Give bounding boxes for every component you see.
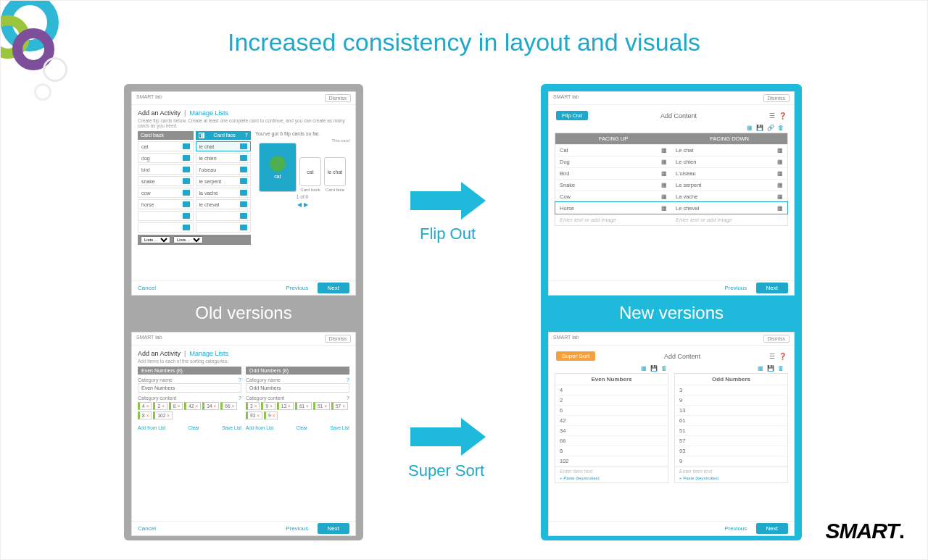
image-icon[interactable]: ▦ <box>758 365 763 372</box>
list-item[interactable]: 4 <box>555 385 668 396</box>
table-row[interactable]: Horse▦Le cheval▦ <box>555 202 787 214</box>
chip[interactable]: 61 × <box>295 402 312 410</box>
list-item[interactable]: 61 <box>675 416 787 426</box>
placeholder-down[interactable]: Enter text or add image <box>676 217 732 223</box>
settings-icon[interactable]: ☰ <box>769 112 775 120</box>
card-face-cell[interactable]: le cheval <box>196 199 252 209</box>
image-icon[interactable]: ▦ <box>777 170 783 177</box>
chip[interactable]: 8 × <box>169 402 183 410</box>
save-icon[interactable]: 💾 <box>767 365 774 372</box>
card-face-cell[interactable]: le chat <box>196 141 252 151</box>
settings-icon[interactable]: ☰ <box>769 353 775 360</box>
image-icon[interactable]: ▦ <box>747 125 753 131</box>
save-icon[interactable]: 💾 <box>756 125 763 131</box>
chip[interactable]: 8 × <box>138 411 152 419</box>
card-back-cell[interactable]: snake <box>138 176 194 186</box>
card-back-cell[interactable]: cow <box>138 188 194 198</box>
dismiss-button[interactable]: Dismiss <box>763 94 790 102</box>
card-back-cell[interactable]: bird <box>138 164 194 175</box>
add-from-list-link[interactable]: Add from List <box>246 425 273 430</box>
save-list-link[interactable]: Save List <box>222 425 241 430</box>
previous-link[interactable]: Previous <box>724 285 747 291</box>
table-row[interactable]: Dog▦Le chien▦ <box>555 156 787 167</box>
card-back-cell[interactable]: horse <box>138 199 194 209</box>
image-icon[interactable]: ▦ <box>641 365 647 372</box>
table-row[interactable]: Cow▦La vache▦ <box>555 191 787 202</box>
tab-add-activity[interactable]: Add an Activity <box>138 350 181 357</box>
image-icon[interactable]: ▦ <box>661 205 667 212</box>
table-row[interactable]: Cat▦Le chat▦ <box>555 144 787 156</box>
paste-hint[interactable]: + Paste (keystrokes) <box>555 475 668 482</box>
dismiss-button[interactable]: Dismiss <box>325 335 352 343</box>
paste-hint[interactable]: + Paste (keystrokes) <box>675 475 787 482</box>
list-item[interactable]: 42 <box>555 416 668 426</box>
list-item[interactable]: 3 <box>675 385 787 396</box>
chip[interactable]: 42 × <box>184 402 201 410</box>
link-icon[interactable]: 🔗 <box>767 125 774 131</box>
previous-link[interactable]: Previous <box>724 525 747 532</box>
image-icon[interactable]: ▦ <box>777 159 783 165</box>
list-item[interactable]: 9 <box>675 456 787 467</box>
clear-link[interactable]: Clear <box>188 425 200 430</box>
save-list-link[interactable]: Save List <box>330 425 349 430</box>
previous-link[interactable]: Previous <box>286 285 308 291</box>
image-icon[interactable]: ▦ <box>661 170 667 177</box>
list-item[interactable]: 93 <box>675 446 787 456</box>
list-item[interactable]: 51 <box>675 426 787 436</box>
help-icon[interactable]: ❓ <box>779 112 787 120</box>
image-icon[interactable]: ▦ <box>777 193 783 200</box>
cancel-link[interactable]: Cancel <box>138 285 156 291</box>
image-icon[interactable]: ▦ <box>777 205 783 212</box>
card-face-cell[interactable]: le chien <box>196 153 252 163</box>
chip[interactable]: 66 × <box>220 402 237 410</box>
trash-icon[interactable]: 🗑 <box>778 125 784 131</box>
list-item[interactable]: 9 <box>675 396 787 406</box>
card-back-cell[interactable]: dog <box>138 153 194 163</box>
tab-manage-lists[interactable]: Manage Lists <box>189 109 228 117</box>
image-icon[interactable]: ▦ <box>661 159 667 165</box>
previous-link[interactable]: Previous <box>286 525 308 532</box>
card-face-cell[interactable]: l'oiseau <box>196 164 252 175</box>
cancel-link[interactable]: Cancel <box>138 525 156 532</box>
category1-name-input[interactable]: Even Numbers <box>138 383 241 393</box>
category2-name-input[interactable]: Odd Numbers <box>246 383 349 393</box>
prev-card-icon[interactable]: ◀ <box>297 201 302 208</box>
help-icon[interactable]: ❓ <box>779 353 787 360</box>
chip[interactable]: 57 × <box>331 402 348 410</box>
card-back-cell[interactable] <box>138 211 194 221</box>
chip[interactable]: 3 × <box>246 402 260 410</box>
card-face-cell[interactable]: le serpent <box>196 176 252 186</box>
trash-icon[interactable]: 🗑 <box>778 365 784 372</box>
dismiss-button[interactable]: Dismiss <box>325 94 352 102</box>
chip[interactable]: 93 × <box>246 411 262 419</box>
save-icon[interactable]: 💾 <box>650 365 658 372</box>
list-item[interactable]: 8 <box>555 446 668 456</box>
image-icon[interactable]: ▦ <box>777 182 783 188</box>
tab-manage-lists[interactable]: Manage Lists <box>189 350 228 357</box>
next-card-icon[interactable]: ▶ <box>304 201 308 208</box>
list-item[interactable]: 102 <box>555 456 668 467</box>
dismiss-button[interactable]: Dismiss <box>763 335 790 343</box>
next-button[interactable]: Next <box>756 283 788 293</box>
image-icon[interactable]: ▦ <box>661 147 667 154</box>
chip[interactable]: 13 × <box>277 402 294 410</box>
add-from-list-link[interactable]: Add from List <box>138 425 165 430</box>
chip[interactable]: 9 × <box>261 402 275 410</box>
card-face-cell[interactable]: la vache <box>196 188 252 198</box>
chip[interactable]: 9 × <box>264 411 278 419</box>
chip[interactable]: 34 × <box>202 402 219 410</box>
list-item[interactable]: 34 <box>555 426 668 436</box>
enter-item-placeholder[interactable]: Enter item text <box>675 467 787 475</box>
list-item[interactable]: 13 <box>675 406 787 416</box>
chip[interactable]: 2 × <box>153 402 167 410</box>
chip[interactable]: 51 × <box>313 402 330 410</box>
trash-icon[interactable]: 🗑 <box>661 365 667 372</box>
image-icon[interactable]: ▦ <box>661 182 667 188</box>
clear-link[interactable]: Clear <box>297 425 308 430</box>
enter-item-placeholder[interactable]: Enter item text <box>555 467 668 475</box>
card-face-cell[interactable] <box>196 211 252 221</box>
card-back-cell[interactable]: cat <box>138 141 194 151</box>
image-icon[interactable]: ▦ <box>777 147 783 154</box>
placeholder-up[interactable]: Enter text or add image <box>560 217 616 223</box>
lists-select-face[interactable]: Lists… <box>173 236 203 243</box>
